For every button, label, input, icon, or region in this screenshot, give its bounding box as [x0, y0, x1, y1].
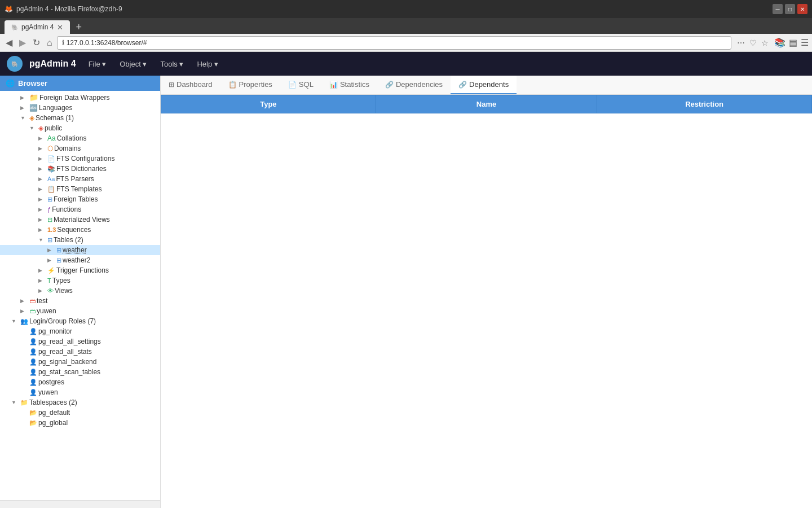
types-icon: T: [47, 277, 51, 284]
tree-item-trigger-functions[interactable]: ▶ ⚡ Trigger Functions: [0, 265, 160, 275]
tree-item-types[interactable]: ▶ T Types: [0, 275, 160, 286]
tab-dashboard[interactable]: ⊞ Dashboard: [161, 76, 220, 94]
expand-icon[interactable]: ▶: [38, 288, 46, 294]
expand-icon[interactable]: ▶: [20, 298, 28, 304]
tree-item-functions[interactable]: ▶ ƒ Functions: [0, 204, 160, 214]
tree-item-pg-stat-scan-tables[interactable]: 👤 pg_stat_scan_tables: [0, 367, 160, 377]
domain-icon: ⬡: [47, 144, 53, 152]
tree-item-foreign-data-wrappers[interactable]: ▶ 📁 Foreign Data Wrappers: [0, 92, 160, 103]
tree-label: yuwen: [38, 388, 58, 396]
tree-item-pg-monitor[interactable]: 👤 pg_monitor: [0, 326, 160, 336]
expand-icon[interactable]: ▼: [11, 400, 19, 405]
expand-icon[interactable]: ▶: [20, 95, 28, 100]
back-btn[interactable]: ◀: [3, 36, 15, 49]
tree-label: Domains: [54, 144, 81, 152]
expand-icon[interactable]: ▶: [38, 135, 46, 141]
expand-icon[interactable]: ▼: [38, 237, 46, 243]
sidebar-scrollbar[interactable]: [0, 500, 160, 508]
tab-dependencies[interactable]: 🔗 Dependencies: [377, 76, 451, 94]
roles-icon: 👥: [20, 318, 28, 325]
schema-pub-icon: ◈: [38, 124, 43, 132]
tree-item-views[interactable]: ▶ 👁 Views: [0, 286, 160, 296]
browser-tab[interactable]: 🐘 pgAdmin 4 ✕: [5, 20, 70, 34]
expand-icon[interactable]: ▼: [11, 318, 19, 324]
menu-object[interactable]: Object ▾: [114, 58, 152, 71]
expand-icon[interactable]: ▶: [38, 196, 46, 202]
tree-item-pg-default[interactable]: 📂 pg_default: [0, 408, 160, 418]
tree-item-pg-global[interactable]: 📂 pg_global: [0, 418, 160, 428]
tab-properties[interactable]: 📋 Properties: [220, 76, 280, 94]
role-icon: 👤: [29, 328, 37, 335]
expand-icon[interactable]: ▶: [47, 247, 55, 253]
tree-item-yuwen-db[interactable]: ▶ 🗃 yuwen: [0, 306, 160, 316]
tree-item-weather2[interactable]: ▶ ⊞ weather2: [0, 255, 160, 265]
close-btn[interactable]: ✕: [797, 4, 807, 14]
tab-statistics[interactable]: 📊 Statistics: [321, 76, 377, 94]
dependents-icon: 🔗: [458, 81, 467, 89]
menu-tools[interactable]: Tools ▾: [155, 58, 189, 71]
tree-item-sequences[interactable]: ▶ 1.3 Sequences: [0, 225, 160, 235]
expand-icon[interactable]: ▶: [47, 257, 55, 263]
tab-dependents[interactable]: 🔗 Dependents: [451, 76, 517, 94]
sidebar-toggle-icon[interactable]: ▤: [789, 37, 797, 48]
menu-help[interactable]: Help ▾: [191, 58, 223, 71]
tree-item-postgres[interactable]: 👤 postgres: [0, 377, 160, 387]
expand-icon[interactable]: ▶: [38, 166, 46, 172]
tree-label: FTS Templates: [56, 185, 102, 193]
star-btn[interactable]: ☆: [761, 38, 769, 47]
home-btn[interactable]: ⌂: [45, 37, 55, 49]
col-type: Type: [161, 95, 376, 113]
tree-item-pg-signal-backend[interactable]: 👤 pg_signal_backend: [0, 357, 160, 367]
reload-btn[interactable]: ↻: [30, 36, 42, 49]
tree-item-test[interactable]: ▶ 🗃 test: [0, 296, 160, 306]
tree-item-foreign-tables[interactable]: ▶ ⊞ Foreign Tables: [0, 194, 160, 204]
expand-icon[interactable]: ▶: [38, 176, 46, 182]
tree-item-domains[interactable]: ▶ ⬡ Domains: [0, 143, 160, 154]
expand-icon[interactable]: ▶: [38, 278, 46, 283]
new-tab-btn[interactable]: +: [72, 20, 85, 34]
expand-icon[interactable]: ▶: [38, 217, 46, 222]
tree-item-tablespaces[interactable]: ▼ 📁 Tablespaces (2): [0, 397, 160, 408]
library-icon[interactable]: 📚: [774, 37, 785, 48]
expand-icon[interactable]: ▶: [38, 207, 46, 212]
tree-item-fts-dictionaries[interactable]: ▶ 📚 FTS Dictionaries: [0, 164, 160, 174]
tree-item-fts-templates[interactable]: ▶ 📋 FTS Templates: [0, 184, 160, 194]
menu-icon[interactable]: ☰: [801, 37, 809, 48]
address-bar[interactable]: ℹ 127.0.0.1:36248/browser/#: [57, 36, 731, 50]
menu-file[interactable]: File ▾: [83, 58, 112, 71]
sidebar-tree[interactable]: ▶ 📁 Foreign Data Wrappers ▶ 🔤 Languages …: [0, 91, 160, 500]
tab-close-icon[interactable]: ✕: [57, 23, 63, 32]
tree-item-yuwen-user[interactable]: 👤 yuwen: [0, 387, 160, 397]
minimize-btn[interactable]: ─: [773, 4, 783, 14]
tree-item-languages[interactable]: ▶ 🔤 Languages: [0, 103, 160, 113]
tree-item-fts-configurations[interactable]: ▶ 📄 FTS Configurations: [0, 154, 160, 164]
more-btn[interactable]: ⋯: [737, 38, 745, 47]
forward-btn[interactable]: ▶: [17, 36, 28, 49]
tree-item-collations[interactable]: ▶ Aa Collations: [0, 133, 160, 143]
expand-icon[interactable]: ▶: [38, 186, 46, 192]
expand-icon[interactable]: ▶: [20, 105, 28, 111]
expand-icon[interactable]: ▶: [38, 146, 46, 151]
tree-item-fts-parsers[interactable]: ▶ Aa FTS Parsers: [0, 174, 160, 184]
tree-item-pg-read-all-settings[interactable]: 👤 pg_read_all_settings: [0, 336, 160, 347]
tab-sql[interactable]: 📄 SQL: [280, 76, 321, 94]
expand-icon[interactable]: ▶: [38, 156, 46, 161]
secure-icon: ℹ: [62, 39, 64, 46]
tree-item-login-group-roles[interactable]: ▼ 👥 Login/Group Roles (7): [0, 316, 160, 326]
expand-icon[interactable]: ▶: [38, 268, 46, 273]
expand-icon[interactable]: ▼: [20, 115, 28, 121]
tree-item-public[interactable]: ▼ ◈ public: [0, 123, 160, 133]
tree-item-pg-read-all-stats[interactable]: 👤 pg_read_all_stats: [0, 347, 160, 357]
expand-icon[interactable]: ▶: [20, 308, 28, 314]
expand-icon[interactable]: ▼: [29, 125, 37, 131]
bookmark-btn[interactable]: ♡: [749, 38, 757, 47]
tree-item-tables[interactable]: ▼ ⊞ Tables (2): [0, 235, 160, 245]
tree-item-weather[interactable]: ▶ ⊞ weather: [0, 245, 160, 255]
main-layout: 🌐 Browser ▶ 📁 Foreign Data Wrappers ▶ 🔤 …: [0, 76, 812, 508]
app-title: pgAdmin 4: [29, 59, 76, 69]
tree-label: FTS Parsers: [56, 175, 94, 183]
tree-item-schemas[interactable]: ▼ ◈ Schemas (1): [0, 113, 160, 123]
tree-item-materialized-views[interactable]: ▶ ⊟ Materialized Views: [0, 214, 160, 225]
expand-icon[interactable]: ▶: [38, 227, 46, 233]
maximize-btn[interactable]: □: [785, 4, 795, 14]
